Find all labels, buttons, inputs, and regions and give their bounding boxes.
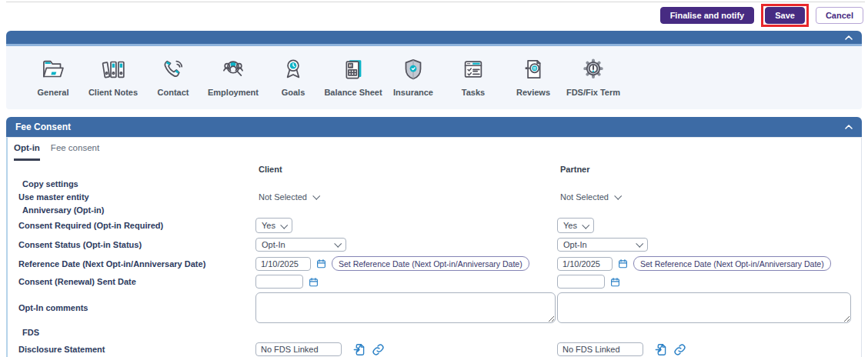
chevron-down-icon bbox=[312, 192, 320, 200]
chevron-down-icon bbox=[280, 221, 288, 229]
finalise-and-notify-button[interactable]: Finalise and notify bbox=[660, 7, 755, 24]
tab-opt-in[interactable]: Opt-in bbox=[14, 143, 40, 161]
nav-item-fds-fix-term[interactable]: FDS/Fix Term bbox=[563, 46, 623, 97]
opt-in-comments-label: Opt-In comments bbox=[18, 303, 255, 312]
consent-required-label: Consent Required (Opt-in Required) bbox=[18, 221, 255, 230]
nav-item-label: Tasks bbox=[462, 88, 485, 97]
link-icon[interactable] bbox=[372, 343, 385, 356]
phone-icon bbox=[158, 54, 189, 85]
document-search-icon bbox=[518, 54, 549, 85]
sent-date-input-client[interactable] bbox=[255, 275, 303, 289]
nav-item-tasks[interactable]: Tasks bbox=[443, 46, 503, 97]
nav-item-goals[interactable]: Goals bbox=[263, 46, 323, 97]
set-reference-date-button-partner[interactable]: Set Reference Date (Next Opt-in/Annivers… bbox=[633, 256, 831, 271]
binders-icon bbox=[98, 54, 129, 85]
consent-status-select-partner[interactable]: Opt-In bbox=[557, 238, 648, 252]
link-fds-document-icon[interactable] bbox=[655, 343, 668, 356]
chevron-down-icon bbox=[636, 240, 643, 248]
reference-date-input-client[interactable] bbox=[255, 257, 311, 271]
nav-item-label: Reviews bbox=[516, 88, 550, 97]
calendar-icon[interactable] bbox=[316, 259, 326, 269]
anniversary-heading: Anniversary (Opt-in) bbox=[18, 205, 255, 215]
reference-date-input-partner[interactable] bbox=[557, 257, 613, 271]
disclosure-statement-label: Disclosure Statement bbox=[18, 345, 255, 354]
chevron-down-icon bbox=[582, 221, 589, 229]
cancel-button[interactable]: Cancel bbox=[816, 7, 863, 24]
balance-sheet-icon: $ bbox=[338, 54, 369, 85]
link-fds-document-icon[interactable] bbox=[353, 343, 366, 356]
nav-item-balance-sheet[interactable]: $ Balance Sheet bbox=[323, 46, 383, 97]
nav-item-general[interactable]: General bbox=[23, 46, 83, 97]
consent-required-select-partner[interactable]: Yes bbox=[557, 218, 594, 233]
nav-item-insurance[interactable]: Insurance bbox=[383, 46, 443, 97]
fee-consent-panel: Opt-in Fee consent Client Partner Copy s… bbox=[6, 137, 862, 357]
save-highlight-box: Save bbox=[761, 4, 809, 27]
save-button[interactable]: Save bbox=[765, 7, 805, 24]
top-divider bbox=[6, 2, 865, 2]
collapse-chevron-icon[interactable] bbox=[845, 125, 853, 129]
fds-heading: FDS bbox=[18, 328, 255, 337]
chevron-down-icon bbox=[614, 192, 622, 200]
copy-settings-heading: Copy settings bbox=[18, 179, 255, 189]
disclosure-statement-input-client[interactable] bbox=[255, 342, 342, 356]
collapse-chevron-icon[interactable] bbox=[845, 35, 853, 40]
folder-icon bbox=[38, 54, 68, 85]
opt-in-form: Client Partner Copy settings Use master … bbox=[8, 161, 861, 357]
shield-icon bbox=[398, 54, 429, 85]
opt-in-comments-textarea-partner[interactable] bbox=[557, 292, 851, 323]
set-reference-date-button-client[interactable]: Set Reference Date (Next Opt-in/Annivers… bbox=[332, 256, 529, 271]
partner-column-header: Partner bbox=[557, 165, 861, 174]
nav-item-contact[interactable]: Contact bbox=[143, 46, 203, 97]
sent-date-input-partner[interactable] bbox=[557, 275, 605, 289]
tab-bar: Opt-in Fee consent bbox=[8, 138, 861, 161]
client-column-header: Client bbox=[255, 165, 557, 174]
reference-date-label: Reference Date (Next Opt-in/Anniversary … bbox=[18, 259, 255, 269]
nav-item-label: General bbox=[38, 88, 69, 97]
calendar-icon[interactable] bbox=[309, 277, 319, 287]
use-master-entity-select-partner[interactable]: Not Selected bbox=[557, 192, 620, 202]
calendar-icon[interactable] bbox=[610, 277, 620, 287]
tab-fee-consent[interactable]: Fee consent bbox=[51, 143, 99, 161]
use-master-entity-label: Use master entity bbox=[18, 192, 255, 202]
gear-alert-icon bbox=[578, 54, 609, 85]
nav-item-label: Balance Sheet bbox=[324, 88, 382, 97]
nav-item-label: Goals bbox=[282, 88, 305, 97]
fee-consent-section-bar[interactable]: Fee Consent bbox=[6, 117, 862, 137]
consent-status-label: Consent Status (Opt-in Status) bbox=[18, 240, 255, 249]
calendar-icon[interactable] bbox=[618, 259, 628, 269]
top-action-bar: Finalise and notify Save Cancel bbox=[0, 0, 868, 31]
disclosure-statement-input-partner[interactable] bbox=[557, 342, 643, 356]
use-master-entity-select-client[interactable]: Not Selected bbox=[255, 192, 319, 202]
people-search-icon bbox=[218, 54, 249, 85]
nav-item-label: Client Notes bbox=[88, 88, 138, 97]
award-icon bbox=[278, 54, 309, 85]
section-title: Fee Consent bbox=[6, 122, 71, 132]
nav-item-label: Contact bbox=[158, 88, 189, 97]
consent-required-select-client[interactable]: Yes bbox=[255, 218, 292, 233]
nav-toolbar: General Client Notes bbox=[6, 46, 862, 109]
link-icon[interactable] bbox=[673, 343, 686, 356]
nav-item-client-notes[interactable]: Client Notes bbox=[83, 46, 143, 97]
nav-item-label: FDS/Fix Term bbox=[566, 88, 620, 97]
nav-item-label: Employment bbox=[208, 88, 259, 97]
checklist-icon bbox=[458, 54, 489, 85]
nav-item-label: Insurance bbox=[393, 88, 433, 97]
nav-item-employment[interactable]: Employment bbox=[203, 46, 263, 97]
chevron-down-icon bbox=[334, 240, 342, 248]
nav-section-bar[interactable] bbox=[6, 31, 862, 46]
sent-date-label: Consent (Renewal) Sent Date bbox=[18, 277, 255, 286]
nav-item-reviews[interactable]: Reviews bbox=[503, 46, 563, 97]
consent-status-select-client[interactable]: Opt-In bbox=[255, 238, 346, 252]
opt-in-comments-textarea-client[interactable] bbox=[255, 292, 556, 323]
page: Finalise and notify Save Cancel General bbox=[0, 0, 868, 357]
